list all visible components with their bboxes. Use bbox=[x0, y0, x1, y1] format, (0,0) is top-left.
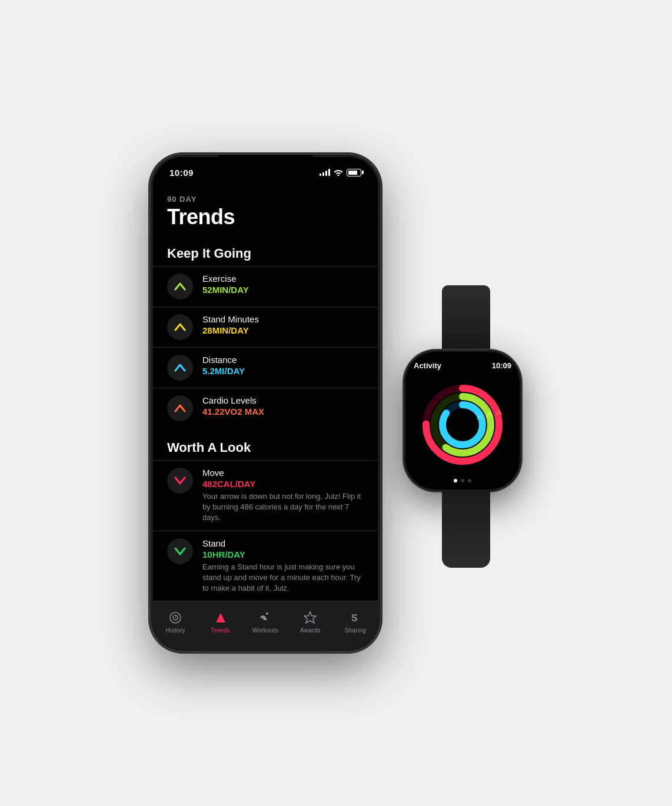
rings-svg bbox=[421, 384, 504, 466]
chevron-up-yellow-icon bbox=[174, 323, 186, 331]
chevron-up-cyan-icon bbox=[174, 364, 186, 372]
activity-rings bbox=[414, 375, 511, 474]
chevron-down-teal-icon bbox=[174, 547, 186, 555]
exercise-value: 52MIN/DAY bbox=[202, 285, 364, 295]
stand-minutes-arrow-circle bbox=[167, 314, 193, 340]
status-time: 10:09 bbox=[169, 168, 194, 178]
tab-trends-label: Trends bbox=[211, 627, 230, 634]
trend-item-exercise[interactable]: Exercise 52MIN/DAY bbox=[153, 266, 378, 307]
stand-minutes-name: Stand Minutes bbox=[202, 314, 364, 324]
iphone-screen: 10:09 90 DAY Trends bbox=[153, 157, 378, 649]
watch-time: 10:09 bbox=[492, 361, 511, 370]
worth-a-look-label: Worth A Look bbox=[153, 433, 378, 460]
trend-item-stand[interactable]: Stand 10HR/DAY Earning a Stand hour is j… bbox=[153, 531, 378, 601]
distance-name: Distance bbox=[202, 355, 364, 365]
keep-it-going-label: Keep It Going bbox=[153, 239, 378, 266]
svg-point-3 bbox=[266, 612, 268, 615]
history-icon bbox=[168, 611, 182, 625]
watch-band-bottom bbox=[442, 491, 490, 568]
wifi-icon bbox=[334, 169, 343, 176]
tab-history[interactable]: History bbox=[153, 611, 198, 634]
exercise-info: Exercise 52MIN/DAY bbox=[202, 274, 364, 295]
tab-workouts[interactable]: Workouts bbox=[243, 611, 288, 634]
iphone-device: 10:09 90 DAY Trends bbox=[151, 155, 380, 651]
tab-history-label: History bbox=[166, 627, 185, 634]
distance-info: Distance 5.2MI/DAY bbox=[202, 355, 364, 376]
svg-point-2 bbox=[175, 617, 176, 618]
distance-arrow-circle bbox=[167, 355, 193, 381]
tab-workouts-label: Workouts bbox=[252, 627, 278, 634]
stand-arrow-circle bbox=[167, 538, 193, 564]
battery-icon bbox=[347, 169, 361, 176]
page-title: Trends bbox=[167, 205, 364, 229]
chevron-up-orange-icon bbox=[174, 404, 186, 412]
tab-sharing[interactable]: S Sharing bbox=[333, 611, 378, 634]
stand-info: Stand 10HR/DAY Earning a Stand hour is j… bbox=[202, 538, 364, 594]
move-info: Move 482CAL/DAY Your arrow is down but n… bbox=[202, 468, 364, 524]
trend-item-move[interactable]: Move 482CAL/DAY Your arrow is down but n… bbox=[153, 460, 378, 531]
tab-bar: History Trends Workouts bbox=[153, 601, 378, 649]
watch-dot-1 bbox=[454, 479, 457, 482]
stand-minutes-info: Stand Minutes 28MIN/DAY bbox=[202, 314, 364, 335]
signal-icon bbox=[320, 169, 330, 176]
sharing-icon: S bbox=[348, 611, 362, 625]
tab-awards[interactable]: Awards bbox=[288, 611, 332, 634]
watch-app-title: Activity bbox=[414, 361, 441, 370]
watch-dot-2 bbox=[461, 479, 464, 482]
trend-item-cardio[interactable]: Cardio Levels 41.22VO2 MAX bbox=[153, 388, 378, 428]
tab-sharing-label: Sharing bbox=[345, 627, 367, 634]
watch-header: Activity 10:09 bbox=[414, 361, 511, 370]
watch-body: Activity 10:09 bbox=[404, 350, 521, 491]
stand-value: 10HR/DAY bbox=[202, 549, 364, 559]
exercise-arrow-circle bbox=[167, 274, 193, 299]
distance-value: 5.2MI/DAY bbox=[202, 366, 364, 376]
watch-dot-3 bbox=[468, 479, 471, 482]
svg-point-11 bbox=[443, 405, 483, 445]
trend-item-stand-minutes[interactable]: Stand Minutes 28MIN/DAY bbox=[153, 307, 378, 347]
tab-trends[interactable]: Trends bbox=[198, 611, 242, 634]
watch-band-top bbox=[442, 285, 490, 350]
cardio-value: 41.22VO2 MAX bbox=[202, 407, 364, 417]
svg-text:S: S bbox=[351, 613, 358, 623]
move-arrow-circle bbox=[167, 468, 193, 494]
trend-item-distance[interactable]: Distance 5.2MI/DAY bbox=[153, 347, 378, 388]
iphone-notch bbox=[218, 155, 312, 172]
day-label: 90 DAY bbox=[167, 195, 364, 204]
stand-name: Stand bbox=[202, 538, 364, 548]
move-value: 482CAL/DAY bbox=[202, 479, 364, 489]
stand-minutes-value: 28MIN/DAY bbox=[202, 325, 364, 335]
workouts-icon bbox=[258, 611, 272, 625]
tab-awards-label: Awards bbox=[300, 627, 321, 634]
status-icons bbox=[320, 169, 361, 176]
stand-description: Earning a Stand hour is just making sure… bbox=[202, 562, 364, 594]
chevron-up-green-icon bbox=[174, 282, 186, 291]
cardio-info: Cardio Levels 41.22VO2 MAX bbox=[202, 395, 364, 417]
scene: 10:09 90 DAY Trends bbox=[151, 155, 521, 651]
awards-icon bbox=[303, 611, 317, 625]
exercise-name: Exercise bbox=[202, 274, 364, 284]
cardio-arrow-circle bbox=[167, 395, 193, 421]
move-name: Move bbox=[202, 468, 364, 478]
move-description: Your arrow is down but not for long, Jul… bbox=[202, 491, 364, 524]
cardio-name: Cardio Levels bbox=[202, 395, 364, 405]
trends-icon bbox=[214, 611, 228, 625]
chevron-down-pink-icon bbox=[174, 477, 186, 485]
header-section: 90 DAY Trends bbox=[153, 183, 378, 239]
app-content: 90 DAY Trends Keep It Going Exercise 52M… bbox=[153, 183, 378, 649]
watch-page-dots bbox=[414, 479, 511, 482]
svg-marker-4 bbox=[304, 612, 316, 623]
watch-screen: Activity 10:09 bbox=[405, 352, 520, 489]
apple-watch-device: Activity 10:09 bbox=[404, 285, 521, 568]
